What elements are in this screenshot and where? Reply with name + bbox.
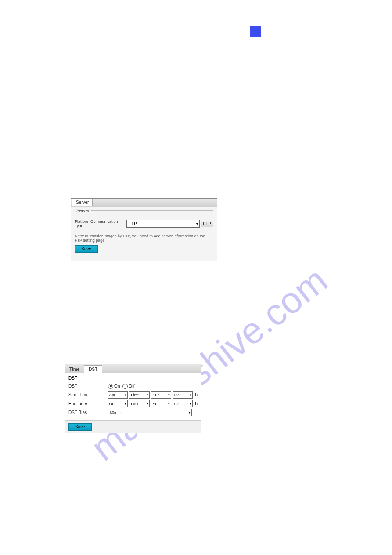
end-week-select[interactable]: Last▾ xyxy=(129,400,149,407)
dst-label: DST xyxy=(68,384,108,388)
end-month-select[interactable]: Oct▾ xyxy=(108,400,128,407)
tab-row: Time DST xyxy=(65,364,201,373)
chevron-down-icon: ▾ xyxy=(196,222,199,226)
platform-label: Platform Communication Type xyxy=(75,219,126,228)
section-title: DST xyxy=(68,376,198,381)
val: Last xyxy=(131,402,138,406)
off-label: Off xyxy=(129,384,134,388)
tab-server[interactable]: Server xyxy=(72,199,93,206)
start-hour-select[interactable]: 02▾ xyxy=(173,391,193,399)
start-label: Start Time xyxy=(68,392,108,397)
server-panel: Server Server Platform Communication Typ… xyxy=(71,198,217,261)
tab-time[interactable]: Time xyxy=(65,366,84,373)
val: 60mins xyxy=(110,410,122,415)
dst-on-radio[interactable]: On xyxy=(108,384,120,389)
val: 02 xyxy=(174,402,179,406)
val: 02 xyxy=(174,393,179,397)
platform-select-value: FTP xyxy=(129,221,137,226)
ftp-button[interactable]: FTP xyxy=(201,221,213,227)
server-group: Server Platform Communication Type FTP ▾… xyxy=(75,210,213,228)
dst-off-radio[interactable]: Off xyxy=(122,384,134,389)
val: Sun xyxy=(153,402,160,406)
chevron-down-icon: ▾ xyxy=(189,393,192,397)
chevron-down-icon: ▾ xyxy=(124,393,127,397)
start-time-row: Start Time Apr▾ First▾ Sun▾ 02▾ h xyxy=(68,391,198,399)
chevron-down-icon: ▾ xyxy=(167,402,171,406)
chevron-down-icon: ▾ xyxy=(146,402,149,406)
tab-row: Server xyxy=(71,199,217,207)
end-hour-select[interactable]: 02▾ xyxy=(173,400,193,407)
hour-unit: h xyxy=(195,392,198,397)
radio-icon xyxy=(122,384,128,389)
bias-select[interactable]: 60mins▾ xyxy=(108,409,192,416)
val: First xyxy=(131,393,139,397)
end-label: End Time xyxy=(68,401,108,406)
chevron-down-icon: ▾ xyxy=(124,402,127,406)
dst-bias-row: DST Bias 60mins▾ xyxy=(68,409,198,416)
start-week-select[interactable]: First▾ xyxy=(129,391,149,399)
hour-unit: h xyxy=(195,401,198,406)
val: Oct xyxy=(109,402,115,406)
platform-select[interactable]: FTP ▾ xyxy=(126,220,200,228)
platform-row: Platform Communication Type FTP ▾ FTP xyxy=(75,219,213,228)
chevron-down-icon: ▾ xyxy=(188,411,191,414)
dst-toggle-row: DST On Off xyxy=(68,382,198,390)
val: Sun xyxy=(153,393,160,397)
bias-label: DST Bias xyxy=(68,410,108,415)
radio-icon xyxy=(108,384,113,389)
corner-marker xyxy=(250,26,261,37)
divider xyxy=(71,232,217,232)
chevron-down-icon: ▾ xyxy=(146,393,149,397)
on-label: On xyxy=(114,384,120,388)
footer-bar: Save xyxy=(65,420,201,433)
group-title: Server xyxy=(75,208,91,213)
chevron-down-icon: ▾ xyxy=(189,402,192,406)
tab-dst[interactable]: DST xyxy=(84,365,102,373)
save-button[interactable]: Save xyxy=(75,245,98,253)
start-day-select[interactable]: Sun▾ xyxy=(151,391,171,399)
end-time-row: End Time Oct▾ Last▾ Sun▾ 02▾ h xyxy=(68,400,198,407)
end-day-select[interactable]: Sun▾ xyxy=(151,400,171,407)
chevron-down-icon: ▾ xyxy=(167,393,171,397)
dst-panel: Time DST DST DST On Off Start Time Apr▾ … xyxy=(65,364,201,426)
val: Apr xyxy=(109,393,115,397)
note-text: Note:To transfer images by FTP, you need… xyxy=(75,234,213,243)
save-button[interactable]: Save xyxy=(68,423,92,431)
start-month-select[interactable]: Apr▾ xyxy=(108,391,128,399)
dst-content: DST DST On Off Start Time Apr▾ First▾ Su… xyxy=(65,373,201,420)
